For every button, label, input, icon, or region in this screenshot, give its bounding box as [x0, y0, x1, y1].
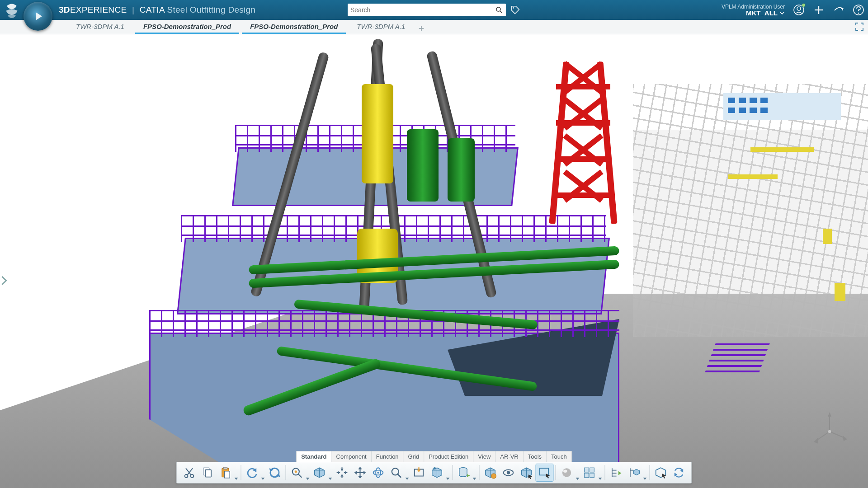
fit-all-button[interactable] [311, 464, 333, 482]
dropdown-caret-icon [473, 478, 476, 480]
brand-bold: 3D [59, 5, 70, 14]
bg-accent [750, 147, 814, 152]
bg-accent [835, 283, 845, 301]
document-tab[interactable]: FPSO-Demonstration_Prod [135, 20, 239, 34]
action-bar [176, 462, 692, 483]
look-at-button[interactable] [410, 464, 428, 482]
cube-fit-icon [313, 466, 326, 479]
visibility-button[interactable] [500, 464, 518, 482]
iso-views-button[interactable] [428, 464, 451, 482]
turret-structure [131, 120, 660, 464]
brand-rest: EXPERIENCE [70, 5, 127, 14]
svg-point-2 [513, 7, 514, 9]
brand-title: 3DEXPERIENCE | CATIA Steel Outfitting De… [59, 5, 255, 15]
search-input[interactable] [350, 6, 495, 14]
help-icon[interactable] [853, 4, 864, 16]
cube-gear-icon [484, 466, 497, 479]
flare-tower [556, 61, 610, 224]
green-vessel [448, 138, 475, 202]
add-tab-button[interactable] [416, 23, 427, 34]
cube-cursor-icon [520, 466, 533, 479]
copy-button[interactable] [198, 464, 217, 482]
dropdown-caret-icon [446, 478, 450, 480]
undo-button[interactable] [243, 464, 266, 482]
document-tabs: TWR-3DPM A.1FPSO-Demonstration_ProdFPSO-… [0, 20, 868, 34]
undo-icon [246, 466, 259, 479]
action-tab-component[interactable]: Component [332, 451, 372, 462]
toolbar-separator [479, 465, 480, 480]
dropdown-caret-icon [599, 478, 602, 480]
action-tab-ar-vr[interactable]: AR-VR [495, 451, 523, 462]
select-cube-button[interactable] [518, 464, 536, 482]
pan-button[interactable] [351, 464, 369, 482]
cut-button[interactable] [180, 464, 198, 482]
dropdown-caret-icon [406, 478, 409, 480]
user-area: VPLM Administration User MKT_ALL [722, 4, 864, 16]
paste-button[interactable] [217, 464, 239, 482]
user-labels: VPLM Administration User MKT_ALL [722, 4, 785, 16]
credential-selector[interactable]: MKT_ALL [722, 10, 785, 16]
grid-quad-button[interactable] [580, 464, 603, 482]
select-screen-button[interactable] [536, 464, 554, 482]
dropdown-caret-icon [576, 478, 580, 480]
3d-viewport[interactable] [0, 34, 868, 488]
background-structure [633, 84, 868, 337]
zoom-target-icon [291, 466, 303, 479]
tag-icon[interactable] [510, 5, 520, 15]
share-icon[interactable] [833, 4, 844, 16]
rotate-sync-icon [673, 466, 685, 479]
rotate-sync-button[interactable] [670, 464, 688, 482]
toolbar-separator [286, 465, 286, 480]
paste-icon [219, 466, 232, 479]
action-tab-tools[interactable]: Tools [524, 451, 547, 462]
access-stairs [704, 343, 769, 375]
cube-multi-icon [431, 466, 443, 479]
tree-cube-icon [628, 466, 641, 479]
search-icon[interactable] [495, 6, 503, 14]
document-tab[interactable]: TWR-3DPM A.1 [68, 20, 132, 34]
action-tab-touch[interactable]: Touch [547, 451, 571, 462]
document-tab[interactable]: TWR-3DPM A.1 [349, 20, 413, 34]
zoom-button[interactable] [387, 464, 410, 482]
update-button[interactable] [266, 464, 284, 482]
magnifier-icon [390, 466, 403, 479]
refresh-icon [269, 466, 281, 479]
profile-icon[interactable] [793, 4, 805, 16]
svg-point-8 [858, 13, 859, 14]
compass-button[interactable] [24, 2, 52, 31]
action-tab-grid[interactable]: Grid [404, 451, 425, 462]
rotate-button[interactable] [369, 464, 387, 482]
explore-button[interactable] [481, 464, 500, 482]
dropdown-caret-icon [306, 478, 310, 480]
action-tab-view[interactable]: View [473, 451, 495, 462]
add-icon[interactable] [813, 4, 825, 16]
center-button[interactable] [333, 464, 351, 482]
render-mode-button[interactable] [558, 464, 580, 482]
search-box[interactable] [348, 4, 506, 16]
tree-expand-handle[interactable] [0, 274, 8, 287]
tree-expand-button[interactable] [607, 464, 625, 482]
toolbar-separator [556, 465, 556, 480]
toolbar-separator [241, 465, 241, 480]
copy-icon [201, 466, 214, 479]
action-bar-tabs: StandardComponentFunctionGridProduct Edi… [296, 451, 572, 462]
box-arrow-button[interactable] [652, 464, 670, 482]
chevron-down-icon [779, 10, 785, 16]
axis-gizmo-icon[interactable] [809, 411, 850, 452]
dropdown-caret-icon [235, 478, 238, 480]
tree-cube-button[interactable] [625, 464, 648, 482]
user-role: VPLM Administration User [722, 4, 785, 10]
fullscreen-toggle-icon[interactable] [854, 22, 864, 32]
top-bar: 3DEXPERIENCE | CATIA Steel Outfitting De… [0, 0, 868, 20]
action-tab-function[interactable]: Function [372, 451, 404, 462]
zoom-find-button[interactable] [288, 464, 311, 482]
db-save-button[interactable] [455, 464, 477, 482]
document-tab[interactable]: FPSO-Demonstration_Prod [242, 20, 346, 34]
center-arrows-icon [336, 466, 349, 479]
screen-cursor-icon [538, 466, 551, 479]
action-tab-standard[interactable]: Standard [297, 451, 331, 462]
brand-app: Steel Outfitting Design [167, 5, 255, 14]
svg-marker-15 [843, 436, 847, 441]
dropdown-caret-icon [329, 478, 332, 480]
action-tab-product-edition[interactable]: Product Edition [424, 451, 473, 462]
